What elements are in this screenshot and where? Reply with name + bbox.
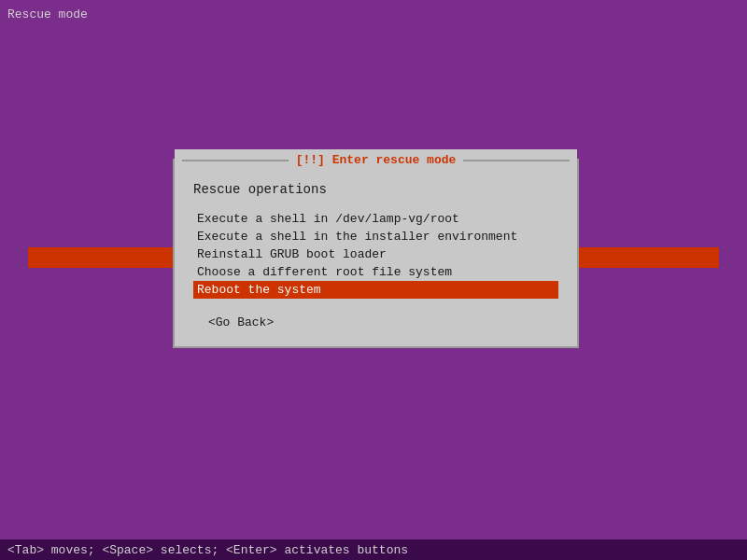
dialog-title-bar: [!!] Enter rescue mode <box>175 149 577 171</box>
dialog-content: Rescue operations Execute a shell in /de… <box>175 171 577 346</box>
rescue-dialog: [!!] Enter rescue mode Rescue operations… <box>173 159 579 348</box>
menu-item-shell-lamp[interactable]: Execute a shell in /dev/lamp-vg/root <box>193 210 558 228</box>
dialog-heading: Rescue operations <box>193 182 558 197</box>
title-line-left <box>182 160 289 161</box>
go-back-button[interactable]: <Go Back> <box>201 314 281 331</box>
menu-item-reinstall-grub[interactable]: Reinstall GRUB boot loader <box>193 245 558 263</box>
menu-item-choose-root-fs[interactable]: Choose a different root file system <box>193 263 558 281</box>
decorative-bar-right <box>574 247 719 268</box>
title-line-right <box>463 160 570 161</box>
dialog-title: [!!] Enter rescue mode <box>289 153 464 167</box>
window-title: Rescue mode <box>7 7 88 21</box>
menu-list: Execute a shell in /dev/lamp-vg/rootExec… <box>193 210 558 299</box>
status-text: <Tab> moves; <Space> selects; <Enter> ac… <box>7 543 408 557</box>
menu-item-reboot[interactable]: Reboot the system <box>193 281 558 299</box>
menu-item-shell-installer[interactable]: Execute a shell in the installer environ… <box>193 228 558 245</box>
status-bar: <Tab> moves; <Space> selects; <Enter> ac… <box>0 539 747 560</box>
decorative-bar-left <box>28 247 173 268</box>
